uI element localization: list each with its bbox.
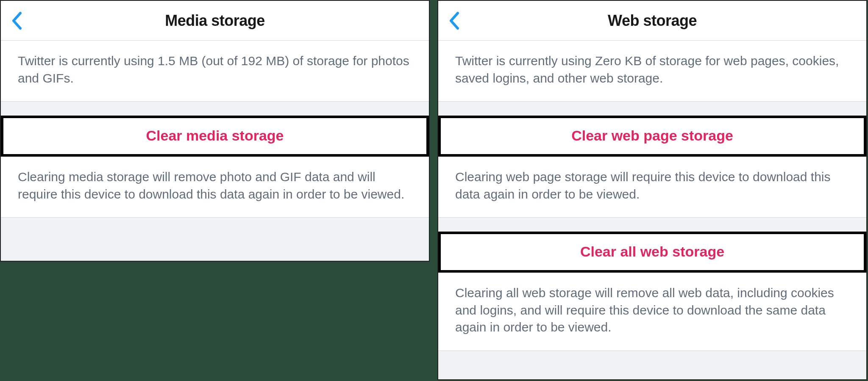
header: Web storage — [438, 1, 866, 41]
back-button[interactable] — [11, 11, 23, 30]
header: Media storage — [1, 1, 429, 41]
chevron-left-icon — [11, 11, 23, 30]
clear-media-description: Clearing media storage will remove photo… — [1, 157, 429, 218]
web-storage-panel: Web storage Twitter is currently using Z… — [437, 0, 867, 380]
media-storage-panel: Media storage Twitter is currently using… — [0, 0, 430, 262]
clear-all-web-description: Clearing all web storage will remove all… — [438, 273, 866, 351]
page-title: Media storage — [165, 12, 265, 30]
chevron-left-icon — [448, 11, 460, 30]
page-title: Web storage — [608, 12, 697, 30]
clear-media-storage-button[interactable]: Clear media storage — [1, 116, 429, 157]
clear-web-page-storage-button[interactable]: Clear web page storage — [438, 116, 866, 157]
storage-usage-text: Twitter is currently using Zero KB of st… — [438, 41, 866, 102]
section-gap — [438, 218, 866, 232]
section-gap — [1, 102, 429, 116]
section-gap — [438, 102, 866, 116]
back-button[interactable] — [448, 11, 460, 30]
clear-web-page-description: Clearing web page storage will require t… — [438, 157, 866, 218]
storage-usage-text: Twitter is currently using 1.5 MB (out o… — [1, 41, 429, 102]
clear-all-web-storage-button[interactable]: Clear all web storage — [438, 232, 866, 273]
